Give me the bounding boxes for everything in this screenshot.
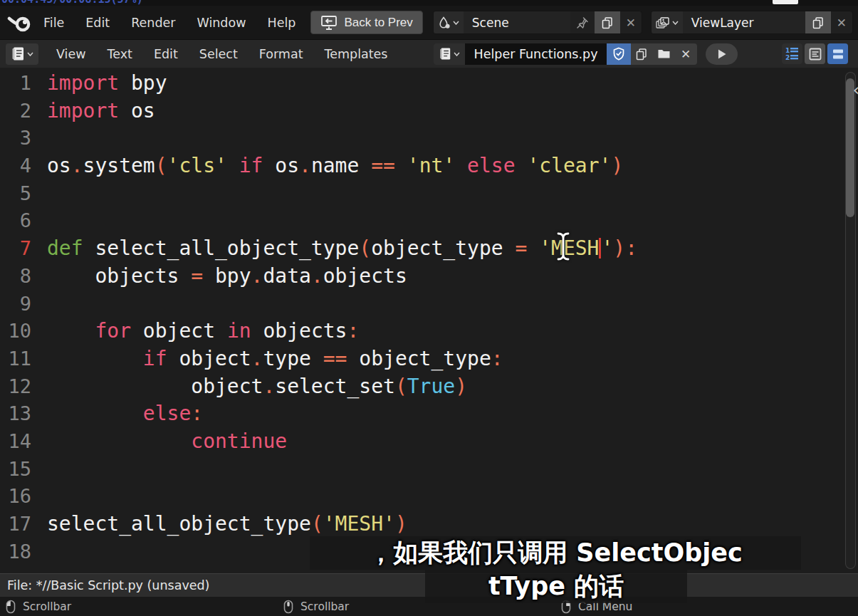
close-icon[interactable]: ✕	[831, 11, 852, 33]
code-text: else:	[31, 400, 203, 428]
unlink-icon[interactable]: ✕	[675, 43, 697, 65]
chevron-down-icon	[27, 52, 33, 56]
code-line[interactable]: 4os.system('cls' if os.name == 'nt' else…	[0, 152, 858, 180]
line-number: 15	[0, 456, 31, 484]
line-number: 1	[0, 70, 31, 98]
code-editor[interactable]: 1import bpy2import os34os.system('cls' i…	[0, 68, 858, 573]
code-line[interactable]: 17select_all_object_type('MESH')	[0, 511, 858, 538]
svg-text:2: 2	[785, 54, 790, 61]
line-number: 14	[0, 428, 31, 456]
code-line[interactable]: 5	[0, 180, 858, 208]
code-text	[31, 483, 47, 511]
blender-logo-icon[interactable]	[7, 12, 33, 33]
text-menu-view[interactable]: View	[46, 47, 97, 61]
duplicate-icon[interactable]	[595, 11, 620, 33]
code-line[interactable]: 2import os	[0, 98, 858, 125]
code-line[interactable]: 1import bpy	[0, 70, 858, 98]
code-line[interactable]: 15	[0, 456, 858, 484]
syntax-highlight-toggle[interactable]	[827, 43, 848, 64]
code-text: if object.type == object_type:	[31, 345, 503, 373]
text-editor-menus: ViewTextEditSelectFormatTemplates	[46, 47, 398, 61]
text-editor-icon	[439, 47, 451, 61]
code-lines: 1import bpy2import os34os.system('cls' i…	[0, 68, 858, 565]
blender-window: 00:04:45/00:08:15(57%) FileEditRenderWin…	[0, 0, 858, 616]
line-number: 8	[0, 263, 31, 291]
mouse-middle-icon	[283, 600, 293, 614]
code-line[interactable]: 8 objects = bpy.data.objects	[0, 263, 858, 291]
editor-scrollbar-handle[interactable]	[846, 78, 854, 217]
topbar-menus: FileEditRenderWindowHelp	[33, 16, 306, 30]
line-number: 2	[0, 98, 31, 125]
text-browse-button[interactable]	[434, 43, 465, 65]
line-number: 4	[0, 152, 31, 180]
chevron-down-icon	[453, 21, 459, 25]
code-text: def select_all_object_type(object_type =…	[31, 235, 637, 263]
region-collapse-icon[interactable]: ‹	[853, 80, 858, 99]
line-number: 9	[0, 291, 31, 318]
code-line[interactable]: 11 if object.type == object_type:	[0, 345, 858, 373]
code-text	[31, 291, 47, 318]
text-menu-templates[interactable]: Templates	[314, 47, 399, 61]
text-name-field[interactable]: Helper Functions.py	[465, 43, 606, 65]
text-menu-format[interactable]: Format	[248, 47, 314, 61]
scene-browse-button[interactable]	[434, 11, 464, 33]
code-line[interactable]: 10 for object in objects:	[0, 318, 858, 345]
viewlayer-name-field[interactable]: ViewLayer	[683, 11, 805, 33]
code-text: os.system('cls' if os.name == 'nt' else …	[31, 152, 623, 180]
monitor-back-icon	[320, 15, 338, 31]
line-number: 10	[0, 318, 31, 345]
code-text: object.select_set(True)	[31, 373, 467, 401]
code-text	[31, 538, 47, 566]
menu-window[interactable]: Window	[187, 16, 257, 30]
new-copy-icon[interactable]	[631, 43, 653, 65]
code-line[interactable]: 13 else:	[0, 400, 858, 428]
line-numbers-toggle[interactable]: 1 2	[782, 43, 802, 64]
code-text	[31, 125, 47, 152]
code-line[interactable]: 14 continue	[0, 428, 858, 456]
video-overlay-strip: 00:04:45/00:08:15(57%)	[0, 0, 858, 6]
text-editor-header: ViewTextEditSelectFormatTemplates Helper	[0, 39, 858, 68]
topbar: FileEditRenderWindowHelp Back to Prev	[0, 6, 858, 39]
scene-name-field[interactable]: Scene	[464, 11, 570, 33]
code-line[interactable]: 16	[0, 483, 858, 511]
code-line[interactable]: 9	[0, 291, 858, 318]
code-text	[31, 207, 47, 235]
keymap-hint: Scrollbar	[6, 597, 71, 616]
fake-user-shield-icon[interactable]	[607, 43, 631, 65]
code-text: import os	[31, 98, 155, 125]
menu-edit[interactable]: Edit	[75, 16, 120, 30]
mouse-left-icon	[6, 600, 16, 614]
line-number: 11	[0, 345, 31, 373]
line-number: 18	[0, 538, 31, 566]
editor-type-button[interactable]	[6, 43, 38, 65]
code-line[interactable]: 6	[0, 207, 858, 235]
line-number: 16	[0, 483, 31, 511]
menu-render[interactable]: Render	[120, 16, 186, 30]
text-menu-edit[interactable]: Edit	[143, 47, 189, 61]
menu-help[interactable]: Help	[257, 16, 307, 30]
back-to-prev-button[interactable]: Back to Prev	[310, 11, 422, 34]
subtitle-line-2: tType 的话	[425, 570, 687, 603]
pin-icon[interactable]	[570, 11, 595, 33]
line-number: 13	[0, 400, 31, 428]
code-text: for object in objects:	[31, 318, 359, 345]
open-folder-icon[interactable]	[653, 43, 675, 65]
scene-icon	[438, 16, 451, 29]
close-icon[interactable]: ✕	[620, 11, 642, 33]
chevron-down-icon	[454, 52, 460, 56]
menu-file[interactable]: File	[33, 16, 75, 30]
code-line[interactable]: 7def select_all_object_type(object_type …	[0, 235, 858, 263]
text-menu-select[interactable]: Select	[189, 47, 248, 61]
word-wrap-toggle[interactable]	[805, 43, 825, 64]
run-script-button[interactable]	[706, 43, 738, 65]
text-menu-text[interactable]: Text	[97, 47, 143, 61]
code-line[interactable]: 12 object.select_set(True)	[0, 373, 858, 401]
line-number: 5	[0, 180, 31, 208]
file-status-text: File: *//Basic Script.py (unsaved)	[7, 578, 209, 592]
viewlayer-browse-button[interactable]	[652, 11, 683, 33]
duplicate-icon[interactable]	[805, 11, 831, 33]
viewlayer-selector: ViewLayer ✕	[651, 11, 853, 34]
code-line[interactable]: 3	[0, 125, 858, 152]
line-number: 12	[0, 373, 31, 401]
text-editor-icon	[11, 46, 25, 61]
